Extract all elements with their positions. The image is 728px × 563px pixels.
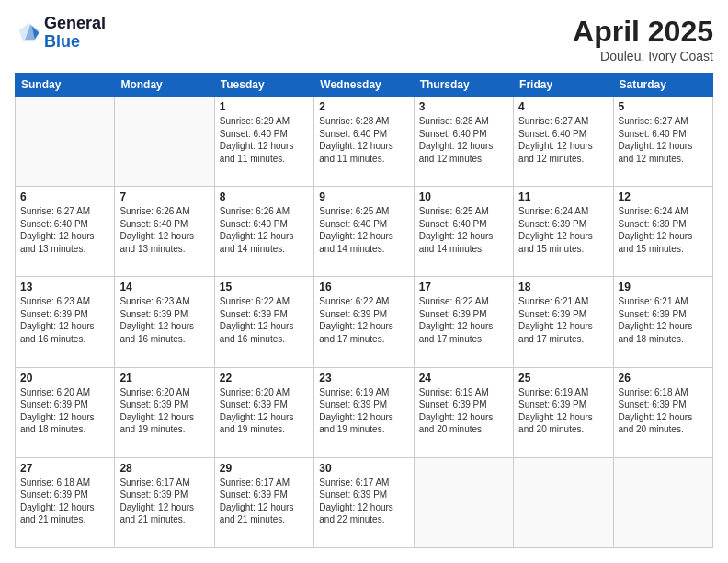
- calendar-day-cell: 3Sunrise: 6:28 AM Sunset: 6:40 PM Daylig…: [414, 97, 513, 187]
- day-info: Sunrise: 6:26 AM Sunset: 6:40 PM Dayligh…: [220, 205, 309, 255]
- calendar-subtitle: Douleu, Ivory Coast: [573, 49, 713, 63]
- calendar-day-cell: 10Sunrise: 6:25 AM Sunset: 6:40 PM Dayli…: [414, 187, 513, 277]
- logo-line2: Blue: [44, 33, 106, 52]
- day-info: Sunrise: 6:27 AM Sunset: 6:40 PM Dayligh…: [619, 115, 708, 165]
- day-number: 2: [319, 100, 408, 113]
- day-number: 12: [619, 190, 708, 203]
- calendar-page: General Blue April 2025 Douleu, Ivory Co…: [0, 0, 728, 563]
- calendar-day-cell: 6Sunrise: 6:27 AM Sunset: 6:40 PM Daylig…: [16, 187, 115, 277]
- calendar-day-cell: 29Sunrise: 6:17 AM Sunset: 6:39 PM Dayli…: [214, 457, 313, 547]
- calendar-day-cell: 21Sunrise: 6:20 AM Sunset: 6:39 PM Dayli…: [115, 367, 214, 457]
- day-number: 4: [518, 100, 608, 113]
- calendar-week-row: 27Sunrise: 6:18 AM Sunset: 6:39 PM Dayli…: [16, 457, 713, 547]
- day-number: 17: [419, 281, 508, 293]
- calendar-day-cell: [115, 97, 214, 187]
- calendar-day-cell: 19Sunrise: 6:21 AM Sunset: 6:39 PM Dayli…: [613, 277, 712, 367]
- day-number: 9: [319, 190, 408, 203]
- calendar-day-cell: 4Sunrise: 6:27 AM Sunset: 6:40 PM Daylig…: [514, 97, 613, 187]
- calendar-day-header: Saturday: [613, 74, 712, 97]
- day-number: 18: [518, 281, 608, 293]
- logo-icon: [15, 20, 40, 46]
- day-number: 28: [119, 462, 209, 475]
- calendar-day-cell: 18Sunrise: 6:21 AM Sunset: 6:39 PM Dayli…: [514, 277, 613, 367]
- calendar-day-header: Wednesday: [314, 74, 414, 97]
- day-number: 15: [220, 281, 309, 293]
- day-number: 19: [619, 281, 708, 293]
- day-info: Sunrise: 6:18 AM Sunset: 6:39 PM Dayligh…: [619, 386, 708, 436]
- calendar-day-cell: 16Sunrise: 6:22 AM Sunset: 6:39 PM Dayli…: [314, 277, 414, 367]
- day-number: 24: [419, 372, 508, 385]
- calendar-week-row: 1Sunrise: 6:29 AM Sunset: 6:40 PM Daylig…: [16, 97, 713, 187]
- calendar-week-row: 20Sunrise: 6:20 AM Sunset: 6:39 PM Dayli…: [16, 367, 713, 457]
- day-info: Sunrise: 6:17 AM Sunset: 6:39 PM Dayligh…: [220, 477, 309, 526]
- calendar-day-header: Thursday: [414, 74, 513, 97]
- title-block: April 2025 Douleu, Ivory Coast: [573, 15, 713, 63]
- day-number: 1: [220, 100, 309, 113]
- day-info: Sunrise: 6:20 AM Sunset: 6:39 PM Dayligh…: [119, 386, 209, 436]
- header: General Blue April 2025 Douleu, Ivory Co…: [15, 15, 713, 63]
- day-info: Sunrise: 6:17 AM Sunset: 6:39 PM Dayligh…: [319, 477, 408, 526]
- calendar-day-cell: 11Sunrise: 6:24 AM Sunset: 6:39 PM Dayli…: [514, 187, 613, 277]
- calendar-day-cell: 25Sunrise: 6:19 AM Sunset: 6:39 PM Dayli…: [514, 367, 613, 457]
- day-info: Sunrise: 6:22 AM Sunset: 6:39 PM Dayligh…: [319, 295, 408, 345]
- logo-line1: General: [44, 15, 106, 33]
- day-number: 27: [20, 462, 109, 475]
- day-info: Sunrise: 6:19 AM Sunset: 6:39 PM Dayligh…: [319, 386, 408, 436]
- day-number: 30: [319, 462, 408, 475]
- logo-text: General Blue: [44, 15, 106, 52]
- day-number: 3: [419, 100, 508, 113]
- calendar-day-cell: 8Sunrise: 6:26 AM Sunset: 6:40 PM Daylig…: [214, 187, 313, 277]
- day-number: 5: [619, 100, 708, 113]
- day-number: 20: [20, 372, 109, 385]
- calendar-day-cell: [514, 457, 613, 547]
- calendar-day-cell: [613, 457, 712, 547]
- day-number: 21: [119, 372, 209, 385]
- calendar-day-cell: 28Sunrise: 6:17 AM Sunset: 6:39 PM Dayli…: [115, 457, 214, 547]
- day-info: Sunrise: 6:22 AM Sunset: 6:39 PM Dayligh…: [220, 295, 309, 345]
- day-info: Sunrise: 6:19 AM Sunset: 6:39 PM Dayligh…: [518, 386, 608, 436]
- calendar-day-cell: 24Sunrise: 6:19 AM Sunset: 6:39 PM Dayli…: [414, 367, 513, 457]
- calendar-day-cell: 23Sunrise: 6:19 AM Sunset: 6:39 PM Dayli…: [314, 367, 414, 457]
- day-info: Sunrise: 6:25 AM Sunset: 6:40 PM Dayligh…: [319, 205, 408, 255]
- calendar-day-cell: [16, 97, 115, 187]
- calendar-day-cell: 15Sunrise: 6:22 AM Sunset: 6:39 PM Dayli…: [214, 277, 313, 367]
- day-number: 29: [220, 462, 309, 475]
- calendar-day-cell: 9Sunrise: 6:25 AM Sunset: 6:40 PM Daylig…: [314, 187, 414, 277]
- calendar-title: April 2025: [573, 15, 713, 49]
- day-info: Sunrise: 6:28 AM Sunset: 6:40 PM Dayligh…: [419, 115, 508, 165]
- day-info: Sunrise: 6:25 AM Sunset: 6:40 PM Dayligh…: [419, 205, 508, 255]
- calendar-day-cell: 27Sunrise: 6:18 AM Sunset: 6:39 PM Dayli…: [16, 457, 115, 547]
- day-number: 10: [419, 190, 508, 203]
- logo: General Blue: [15, 15, 106, 52]
- day-info: Sunrise: 6:20 AM Sunset: 6:39 PM Dayligh…: [220, 386, 309, 436]
- calendar-day-header: Sunday: [16, 74, 115, 97]
- calendar-day-cell: 1Sunrise: 6:29 AM Sunset: 6:40 PM Daylig…: [214, 97, 313, 187]
- calendar-day-cell: 2Sunrise: 6:28 AM Sunset: 6:40 PM Daylig…: [314, 97, 414, 187]
- day-number: 8: [220, 190, 309, 203]
- calendar-day-cell: 26Sunrise: 6:18 AM Sunset: 6:39 PM Dayli…: [613, 367, 712, 457]
- day-number: 13: [20, 281, 109, 293]
- day-number: 11: [518, 190, 608, 203]
- calendar-header-row: SundayMondayTuesdayWednesdayThursdayFrid…: [16, 74, 713, 97]
- calendar-day-cell: 5Sunrise: 6:27 AM Sunset: 6:40 PM Daylig…: [613, 97, 712, 187]
- day-info: Sunrise: 6:22 AM Sunset: 6:39 PM Dayligh…: [419, 295, 508, 345]
- day-info: Sunrise: 6:27 AM Sunset: 6:40 PM Dayligh…: [518, 115, 608, 165]
- calendar-day-cell: 14Sunrise: 6:23 AM Sunset: 6:39 PM Dayli…: [115, 277, 214, 367]
- calendar-day-cell: 30Sunrise: 6:17 AM Sunset: 6:39 PM Dayli…: [314, 457, 414, 547]
- day-info: Sunrise: 6:29 AM Sunset: 6:40 PM Dayligh…: [220, 115, 309, 165]
- day-number: 14: [119, 281, 209, 293]
- calendar-day-cell: 12Sunrise: 6:24 AM Sunset: 6:39 PM Dayli…: [613, 187, 712, 277]
- day-info: Sunrise: 6:17 AM Sunset: 6:39 PM Dayligh…: [119, 477, 209, 526]
- day-info: Sunrise: 6:27 AM Sunset: 6:40 PM Dayligh…: [20, 205, 109, 255]
- calendar-day-cell: [414, 457, 513, 547]
- day-number: 7: [119, 190, 209, 203]
- day-info: Sunrise: 6:26 AM Sunset: 6:40 PM Dayligh…: [119, 205, 209, 255]
- calendar-table: SundayMondayTuesdayWednesdayThursdayFrid…: [15, 73, 713, 548]
- day-info: Sunrise: 6:28 AM Sunset: 6:40 PM Dayligh…: [319, 115, 408, 165]
- calendar-week-row: 13Sunrise: 6:23 AM Sunset: 6:39 PM Dayli…: [16, 277, 713, 367]
- calendar-week-row: 6Sunrise: 6:27 AM Sunset: 6:40 PM Daylig…: [16, 187, 713, 277]
- day-info: Sunrise: 6:23 AM Sunset: 6:39 PM Dayligh…: [20, 295, 109, 345]
- calendar-day-cell: 17Sunrise: 6:22 AM Sunset: 6:39 PM Dayli…: [414, 277, 513, 367]
- calendar-day-cell: 13Sunrise: 6:23 AM Sunset: 6:39 PM Dayli…: [16, 277, 115, 367]
- day-info: Sunrise: 6:21 AM Sunset: 6:39 PM Dayligh…: [518, 295, 608, 345]
